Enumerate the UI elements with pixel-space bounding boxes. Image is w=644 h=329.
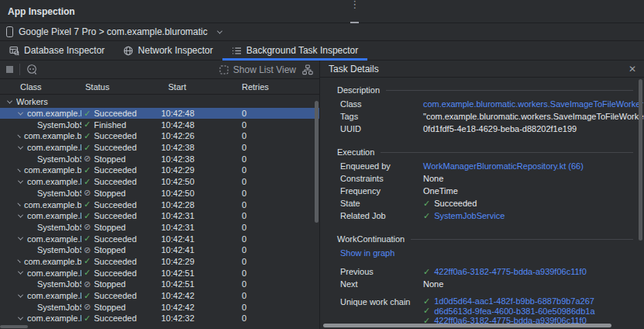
expand-down-icon[interactable] xyxy=(7,98,12,103)
all-tags-filter-icon[interactable] xyxy=(26,64,38,75)
details-value-line: ✓422ff0a6-3182-4775-bdda-a939f06c11f0 xyxy=(423,267,633,277)
task-row[interactable]: com.example.blu✓Succeeded10:42:280 xyxy=(0,199,319,210)
graph-view-icon[interactable] xyxy=(302,64,313,75)
class-cell: com.example.blu xyxy=(0,267,81,279)
database-icon xyxy=(9,46,19,56)
details-value-link[interactable]: 1d0d5d64-aac1-482f-b9bb-6887b9b7a267 xyxy=(434,296,594,306)
tab-database-inspector[interactable]: Database Inspector xyxy=(0,41,114,60)
column-header-start[interactable]: Start xyxy=(161,82,240,92)
expand-down-icon[interactable] xyxy=(18,269,23,275)
class-cell: SystemJobSe xyxy=(0,119,81,130)
show-list-view-button[interactable]: Show List View xyxy=(219,64,296,75)
task-row[interactable]: SystemJobSe⊘Stopped10:42:310 xyxy=(0,222,319,234)
task-row[interactable]: SystemJobSe⊘Stopped10:42:420 xyxy=(0,301,319,313)
details-value-link[interactable]: 422ff0a6-3182-4775-bdda-a939f06c11f0 xyxy=(434,267,587,276)
show-in-graph-link[interactable]: Show in graph xyxy=(337,247,633,259)
task-row[interactable]: com.example.blu✓Succeeded10:42:320 xyxy=(0,313,319,324)
task-class-name: com.example.blu xyxy=(27,177,81,186)
success-check-icon: ✓ xyxy=(423,306,430,315)
options-kebab-icon[interactable]: ⋮ xyxy=(350,0,360,9)
expand-down-icon[interactable] xyxy=(18,292,23,297)
table-horizontal-scrollbar[interactable] xyxy=(0,325,28,328)
details-vertical-scrollbar[interactable] xyxy=(639,79,642,241)
expand-right-icon[interactable] xyxy=(17,134,20,137)
details-values: com.example.bluromatic.workers.SaveImage… xyxy=(423,99,643,109)
process-selector-bar[interactable]: Google Pixel 7 Pro > com.example.bluroma… xyxy=(0,23,644,41)
status-cell: ✓Succeeded xyxy=(81,233,161,244)
task-retries: 0 xyxy=(240,199,319,210)
expand-down-icon[interactable] xyxy=(18,144,23,149)
details-value-link[interactable]: SystemJobService xyxy=(434,211,505,220)
task-start-time: 10:42:41 xyxy=(161,233,240,244)
workers-group-row[interactable]: Workers xyxy=(0,96,319,108)
task-status: Stopped xyxy=(94,223,126,232)
tab-background-task-inspector[interactable]: Background Task Inspector xyxy=(222,41,368,60)
task-start-time: 10:42:42 xyxy=(161,301,240,313)
task-row[interactable]: com.example.blu✓Succeeded10:42:420 xyxy=(0,290,319,302)
column-header-retries[interactable]: Retries xyxy=(240,82,319,92)
success-check-icon: ✓ xyxy=(84,166,91,175)
expand-right-icon[interactable] xyxy=(17,203,20,206)
success-check-icon: ✓ xyxy=(84,268,91,277)
details-value: OneTime xyxy=(423,186,458,196)
stopped-icon: ⊘ xyxy=(84,154,91,163)
task-details-title: Task Details xyxy=(329,64,379,74)
window-title: App Inspection xyxy=(8,6,75,17)
details-value-link[interactable]: WorkManagerBluromaticRepository.kt (66) xyxy=(423,161,584,171)
task-retries: 0 xyxy=(240,108,319,119)
expand-down-icon[interactable] xyxy=(18,314,23,320)
tab-label: Database Inspector xyxy=(24,45,105,56)
minimize-icon[interactable] xyxy=(350,22,359,23)
task-row[interactable]: com.example.blu✓Succeeded10:42:290 xyxy=(0,256,319,268)
expand-down-icon[interactable] xyxy=(18,235,23,241)
device-process-label: Google Pixel 7 Pro > com.example.bluroma… xyxy=(19,26,208,37)
task-class-name: com.example.blu xyxy=(24,165,81,175)
task-class-name: com.example.blu xyxy=(27,211,81,220)
details-value-line: 0fd1fdf5-4e18-4629-beba-d88202f1e199 xyxy=(423,124,633,134)
task-start-time: 10:42:50 xyxy=(161,176,240,188)
task-row[interactable]: com.example.blu✓Succeeded10:42:410 xyxy=(0,233,319,244)
task-class-name: com.example.blu xyxy=(27,268,81,278)
expand-down-icon[interactable] xyxy=(18,109,23,115)
status-cell: ✓Succeeded xyxy=(81,256,161,268)
task-row[interactable]: com.example.blu✓Succeeded10:42:380 xyxy=(0,142,319,154)
section-title-row: WorkContinuation xyxy=(337,233,633,245)
stopped-icon: ⊘ xyxy=(84,303,91,311)
details-value-link[interactable]: com.example.bluromatic.workers.SaveImage… xyxy=(423,99,643,109)
details-horizontal-scrollbar[interactable] xyxy=(323,324,611,327)
task-row[interactable]: SystemJobSe⊘Stopped10:42:380 xyxy=(0,153,319,164)
task-retries: 0 xyxy=(240,267,319,279)
class-cell: com.example.blu xyxy=(0,108,81,119)
expand-right-icon[interactable] xyxy=(17,168,20,171)
column-header-status[interactable]: Status xyxy=(81,82,161,92)
column-header-class[interactable]: Class xyxy=(0,82,81,92)
details-value-link[interactable]: d6d5613d-9fea-4600-b381-60e50986db1a xyxy=(434,306,594,316)
expand-down-icon[interactable] xyxy=(18,212,23,217)
tab-network-inspector[interactable]: Network Inspector xyxy=(114,41,222,60)
task-status: Succeeded xyxy=(94,268,136,278)
close-icon[interactable]: ✕ xyxy=(629,64,636,74)
success-check-icon: ✓ xyxy=(84,144,91,152)
task-row[interactable]: com.example.blu✓Succeeded10:42:510 xyxy=(0,267,319,279)
tool-window-titlebar: App Inspection ⋮ xyxy=(0,0,644,23)
task-row[interactable]: com.example.blu✓Succeeded10:42:500 xyxy=(0,176,319,188)
task-row[interactable]: com.example.blu✓Succeeded10:42:290 xyxy=(0,164,319,176)
success-check-icon: ✓ xyxy=(84,178,91,186)
task-class-name: SystemJobSe xyxy=(37,120,81,130)
task-class-name: SystemJobSe xyxy=(37,223,81,232)
show-list-view-label: Show List View xyxy=(233,64,296,75)
stop-inspector-icon[interactable] xyxy=(6,66,13,73)
task-row[interactable]: SystemJobSe✓Finished10:42:480 xyxy=(0,119,319,130)
task-row[interactable]: com.example.blu✓Succeeded10:42:310 xyxy=(0,210,319,222)
task-row[interactable]: SystemJobSe⊘Stopped10:42:500 xyxy=(0,188,319,199)
expand-right-icon[interactable] xyxy=(17,260,20,263)
task-row[interactable]: SystemJobSe⊘Stopped10:42:510 xyxy=(0,279,319,290)
task-row[interactable]: com.example.blu✓Succeeded10:42:260 xyxy=(0,130,319,142)
details-section: DescriptionClasscom.example.bluromatic.w… xyxy=(337,84,633,135)
table-vertical-scrollbar[interactable] xyxy=(315,101,319,223)
task-row[interactable]: SystemJobSe⊘Stopped10:42:410 xyxy=(0,244,319,256)
task-row[interactable]: com.example.blu✓Succeeded10:42:480 xyxy=(0,108,319,119)
expand-down-icon[interactable] xyxy=(18,178,23,183)
task-class-name: com.example.blu xyxy=(27,234,81,244)
list-icon xyxy=(232,46,242,56)
